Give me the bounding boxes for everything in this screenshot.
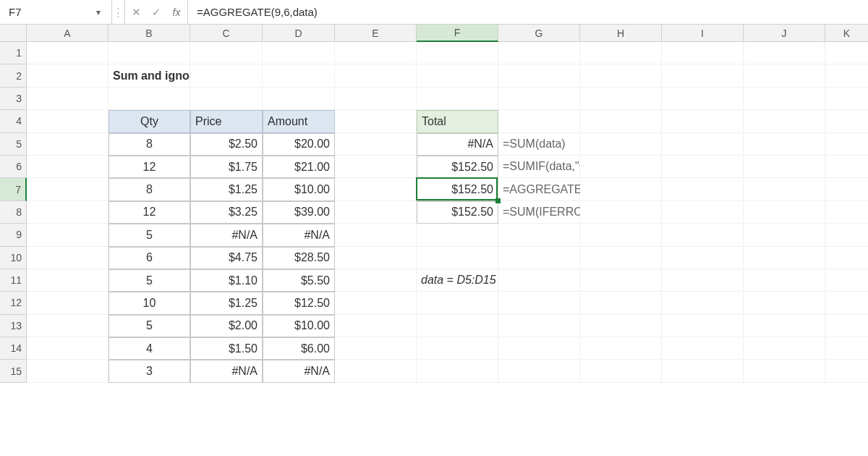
cell[interactable] bbox=[335, 315, 417, 337]
cell[interactable] bbox=[335, 110, 417, 132]
name-box-input[interactable] bbox=[7, 5, 93, 19]
cell[interactable] bbox=[825, 224, 868, 246]
cell[interactable] bbox=[580, 64, 662, 87]
cell[interactable] bbox=[417, 64, 498, 87]
cell[interactable] bbox=[335, 224, 417, 246]
cell[interactable] bbox=[744, 247, 825, 269]
cell[interactable] bbox=[744, 88, 825, 110]
cell[interactable] bbox=[825, 178, 868, 200]
formula-input[interactable]: =AGGREGATE(9,6,data) bbox=[188, 0, 868, 24]
row-header[interactable]: 11 bbox=[0, 269, 27, 292]
cell[interactable] bbox=[744, 178, 825, 200]
table-cell[interactable]: 3 bbox=[109, 360, 190, 382]
cell[interactable] bbox=[662, 110, 744, 132]
table-cell[interactable]: 8 bbox=[109, 178, 190, 200]
cell[interactable] bbox=[190, 64, 263, 87]
total-cell[interactable]: $152.50 bbox=[417, 156, 498, 178]
table-cell[interactable]: 5 bbox=[109, 315, 190, 337]
total-cell[interactable]: $152.50 bbox=[417, 201, 498, 224]
cell[interactable] bbox=[417, 337, 498, 360]
cell[interactable] bbox=[27, 110, 109, 132]
cell[interactable] bbox=[662, 156, 744, 178]
cell[interactable] bbox=[498, 64, 580, 87]
cell[interactable] bbox=[580, 201, 662, 224]
cell[interactable] bbox=[580, 88, 662, 110]
row-header[interactable]: 3 bbox=[0, 88, 27, 110]
row-header[interactable]: 4 bbox=[0, 110, 27, 132]
table-cell[interactable]: $39.00 bbox=[263, 201, 335, 224]
table-cell[interactable]: $1.75 bbox=[190, 156, 263, 178]
total-cell[interactable]: #N/A bbox=[417, 133, 498, 156]
cell[interactable] bbox=[498, 337, 580, 360]
table-cell[interactable]: $5.50 bbox=[263, 269, 335, 292]
cell[interactable] bbox=[744, 64, 825, 87]
cell[interactable] bbox=[580, 360, 662, 382]
table-header-price[interactable]: Price bbox=[190, 110, 263, 132]
table-cell[interactable]: $3.25 bbox=[190, 201, 263, 224]
cell[interactable] bbox=[27, 64, 109, 87]
table-cell[interactable]: $6.00 bbox=[263, 337, 335, 360]
cancel-icon[interactable]: ✕ bbox=[129, 6, 142, 19]
column-header[interactable]: C bbox=[190, 25, 263, 42]
cell[interactable] bbox=[662, 315, 744, 337]
table-cell[interactable]: 12 bbox=[109, 156, 190, 178]
cell[interactable] bbox=[498, 315, 580, 337]
column-header[interactable]: H bbox=[580, 25, 662, 42]
table-cell[interactable]: $1.50 bbox=[190, 337, 263, 360]
cell[interactable] bbox=[744, 224, 825, 246]
cell[interactable] bbox=[825, 337, 868, 360]
cell[interactable] bbox=[417, 315, 498, 337]
row-header[interactable]: 9 bbox=[0, 224, 27, 246]
formula-annotation[interactable]: =SUMIF(data,"<>#N/A") bbox=[498, 156, 580, 178]
formula-annotation[interactable]: =AGGREGATE(9,6,data) bbox=[498, 178, 580, 200]
cell[interactable] bbox=[744, 110, 825, 132]
formula-annotation[interactable]: =SUM(IFERROR(data,0)) bbox=[498, 201, 580, 224]
table-cell[interactable]: #N/A bbox=[190, 224, 263, 246]
table-header-amount[interactable]: Amount bbox=[263, 110, 335, 132]
cell[interactable] bbox=[417, 292, 498, 314]
cell[interactable] bbox=[335, 201, 417, 224]
cell[interactable] bbox=[498, 247, 580, 269]
total-cell[interactable]: $152.50 bbox=[417, 178, 498, 200]
cell[interactable] bbox=[498, 360, 580, 382]
cell[interactable] bbox=[498, 110, 580, 132]
cell[interactable] bbox=[580, 337, 662, 360]
cell[interactable] bbox=[335, 360, 417, 382]
column-header[interactable]: B bbox=[109, 25, 190, 42]
enter-icon[interactable]: ✓ bbox=[150, 6, 163, 19]
cell[interactable] bbox=[27, 337, 109, 360]
row-header[interactable]: 5 bbox=[0, 133, 27, 156]
cell[interactable] bbox=[825, 156, 868, 178]
cell[interactable] bbox=[662, 88, 744, 110]
cell[interactable] bbox=[744, 156, 825, 178]
table-cell[interactable]: $10.00 bbox=[263, 178, 335, 200]
select-all-corner[interactable] bbox=[0, 25, 27, 42]
row-header[interactable]: 2 bbox=[0, 64, 27, 87]
cell[interactable] bbox=[662, 269, 744, 292]
cell[interactable] bbox=[27, 224, 109, 246]
cell[interactable] bbox=[580, 42, 662, 64]
cell[interactable] bbox=[744, 292, 825, 314]
cell[interactable] bbox=[744, 360, 825, 382]
cell[interactable] bbox=[744, 133, 825, 156]
cell[interactable] bbox=[662, 224, 744, 246]
cell[interactable] bbox=[498, 224, 580, 246]
cell[interactable] bbox=[335, 156, 417, 178]
cell[interactable] bbox=[417, 42, 498, 64]
cell[interactable] bbox=[825, 42, 868, 64]
cell[interactable] bbox=[417, 360, 498, 382]
cell[interactable] bbox=[335, 88, 417, 110]
cell[interactable] bbox=[662, 360, 744, 382]
cell[interactable] bbox=[662, 201, 744, 224]
cell[interactable] bbox=[580, 247, 662, 269]
cell[interactable] bbox=[580, 269, 662, 292]
cell[interactable] bbox=[27, 42, 109, 64]
cell[interactable] bbox=[825, 269, 868, 292]
column-header[interactable]: E bbox=[335, 25, 417, 42]
row-header[interactable]: 15 bbox=[0, 360, 27, 382]
cell[interactable] bbox=[335, 178, 417, 200]
row-header[interactable]: 10 bbox=[0, 247, 27, 269]
table-cell[interactable]: 12 bbox=[109, 201, 190, 224]
cell[interactable] bbox=[27, 269, 109, 292]
cell[interactable] bbox=[27, 292, 109, 314]
